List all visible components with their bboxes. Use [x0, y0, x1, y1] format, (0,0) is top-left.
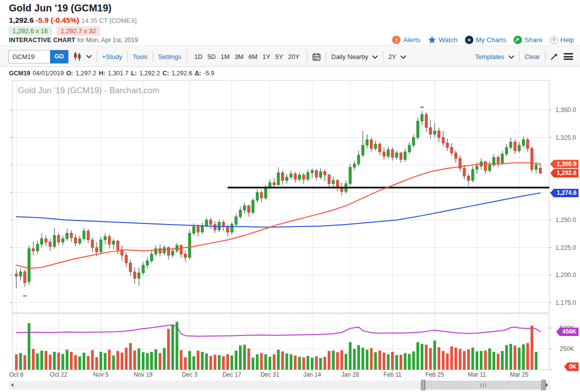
period-5d-button[interactable]: 5D	[207, 53, 216, 60]
svg-text:Jan 28: Jan 28	[341, 371, 359, 378]
svg-text:1,225.0: 1,225.0	[555, 244, 576, 251]
svg-text:456K: 456K	[562, 328, 577, 335]
period-3m-button[interactable]: 3M	[234, 53, 243, 60]
svg-text:Dec 17: Dec 17	[223, 371, 241, 378]
divider	[186, 51, 187, 62]
period-1m-button[interactable]: 1M	[221, 53, 230, 60]
period-6m-button[interactable]: 6M	[248, 53, 257, 60]
svg-text:1,274.6: 1,274.6	[557, 189, 577, 196]
templates-label: Templates	[475, 53, 504, 60]
chart-scrollbar-track[interactable]	[9, 381, 550, 390]
header-links: ! Alerts Watch + My Charts Share ? Help	[392, 36, 574, 44]
delta-label: Δ:	[195, 70, 201, 77]
interactive-chart-label: INTERACTIVE CHART	[9, 37, 75, 44]
quote-timestamp: 14:35 CT [COMEX]	[81, 17, 137, 24]
bid-badge: 1,292.6 x 16	[8, 26, 52, 36]
svg-text:Jan 14: Jan 14	[303, 371, 321, 378]
frequency-dropdown[interactable]: Daily Nearby	[331, 53, 378, 60]
clear-button[interactable]: Clear	[524, 53, 540, 60]
high-label: H:	[99, 70, 105, 77]
go-button[interactable]: GO	[50, 50, 68, 63]
divider	[153, 51, 153, 62]
scroll-handle-left[interactable]	[421, 380, 425, 391]
price-volume-chart[interactable]: Oct 8Oct 22Nov 5Nov 19Dec 3Dec 17Dec 31J…	[0, 79, 580, 379]
svg-text:1,350.0: 1,350.0	[555, 107, 576, 113]
ohlc-date: 04/01/2019	[33, 70, 64, 77]
draw-annotation-button[interactable]	[550, 53, 558, 60]
svg-text:Oct 8: Oct 8	[9, 371, 24, 378]
toolbar-right-group: Templates Clear	[475, 51, 573, 62]
close-label: C:	[163, 70, 169, 77]
period-1d-button[interactable]: 1D	[194, 53, 203, 60]
frequency-label: Daily Nearby	[331, 53, 368, 60]
price-change: -5.9 (-0.45%)	[36, 16, 79, 24]
svg-text:Mar 11: Mar 11	[468, 371, 486, 378]
interactive-chart-caption: INTERACTIVE CHART for Mon, Apr 1st, 2019	[9, 37, 138, 44]
divider	[307, 51, 307, 62]
scroll-grip	[480, 383, 486, 388]
bid-ask-row: 1,292.6 x 16 1,292.7 x 32	[8, 26, 100, 36]
quote-line: 1,292.6 -5.9 (-0.45%) 14:35 CT [COMEX]	[9, 16, 137, 24]
my-charts-link[interactable]: + My Charts	[465, 36, 507, 44]
watch-label: Watch	[439, 36, 458, 44]
svg-text:Nov 5: Nov 5	[93, 371, 109, 378]
close-value: 1,292.6	[172, 70, 192, 77]
scroll-right-arrow-icon[interactable]	[546, 383, 548, 387]
chevron-down-icon	[509, 56, 514, 59]
high-value: 1,301.7	[108, 70, 128, 77]
help-icon: ?	[550, 36, 558, 44]
calendar-button[interactable]	[312, 53, 321, 61]
ohlc-bar: GCM19 04/01/2019 O:1,297.2 H:1,301.7 L:1…	[0, 67, 580, 79]
scroll-handle-right[interactable]	[541, 380, 546, 391]
my-charts-label: My Charts	[476, 36, 507, 44]
divider	[383, 51, 383, 62]
divider	[97, 51, 97, 62]
alerts-label: Alerts	[403, 36, 420, 44]
period-1y-button[interactable]: 1Y	[262, 53, 270, 60]
tools-button[interactable]: Tools	[133, 53, 148, 60]
chevron-down-icon	[372, 56, 378, 59]
ask-badge: 1,292.7 x 32	[57, 26, 100, 36]
svg-text:1,250.0: 1,250.0	[555, 217, 576, 224]
divider	[561, 51, 561, 62]
svg-text:Feb 11: Feb 11	[383, 371, 402, 378]
alerts-icon: !	[392, 36, 401, 44]
svg-text:Feb 25: Feb 25	[425, 371, 444, 378]
svg-text:Mar 25: Mar 25	[510, 371, 529, 378]
delta-value: -5.9	[204, 70, 215, 77]
divider	[127, 51, 128, 62]
settings-button[interactable]: Settings	[158, 53, 181, 60]
chart-scrollbar-thumb[interactable]	[423, 381, 544, 390]
quote-header: Gold Jun '19 (GCM19) 1,292.6 -5.9 (-0.45…	[0, 0, 580, 46]
templates-dropdown[interactable]: Templates	[475, 53, 514, 60]
svg-text:Gold Jun '19 (GCM19) - Barchar: Gold Jun '19 (GCM19) - Barchart.com	[18, 86, 160, 95]
svg-text:1,200.0: 1,200.0	[555, 272, 576, 279]
share-link[interactable]: Share	[514, 36, 542, 44]
svg-text:Dec 3: Dec 3	[182, 371, 198, 378]
svg-text:0K: 0K	[569, 363, 577, 370]
star-icon	[428, 36, 436, 44]
chart-area[interactable]: Oct 8Oct 22Nov 5Nov 19Dec 3Dec 17Dec 31J…	[0, 79, 580, 379]
open-label: O:	[66, 70, 73, 77]
range-dropdown[interactable]: 2Y	[388, 53, 406, 60]
chart-toolbar: GO +Study Tools Settings 1D 5D 1M 3M 6M …	[0, 47, 580, 67]
plus-circle-icon: +	[465, 36, 473, 44]
low-label: L:	[131, 70, 137, 77]
svg-text:1,175.0: 1,175.0	[555, 299, 576, 306]
svg-text:Nov 19: Nov 19	[134, 371, 153, 378]
watch-link[interactable]: Watch	[428, 36, 458, 44]
svg-text:1,292.6: 1,292.6	[557, 169, 577, 176]
chart-type-dropdown[interactable]	[73, 52, 92, 61]
period-20y-button[interactable]: 20Y	[288, 53, 299, 60]
symbol-input[interactable]	[8, 50, 50, 63]
share-label: Share	[524, 36, 542, 44]
candlestick-type-icon	[73, 52, 84, 61]
svg-text:Dec 31: Dec 31	[260, 371, 279, 378]
menu-button[interactable]	[564, 53, 573, 60]
help-link[interactable]: ? Help	[550, 36, 574, 44]
add-study-button[interactable]: +Study	[102, 53, 122, 60]
alerts-link[interactable]: ! Alerts	[392, 36, 420, 44]
scroll-left-arrow-icon[interactable]	[11, 383, 13, 387]
interactive-chart-date: for Mon, Apr 1st, 2019	[77, 37, 138, 44]
period-5y-button[interactable]: 5Y	[275, 53, 283, 60]
